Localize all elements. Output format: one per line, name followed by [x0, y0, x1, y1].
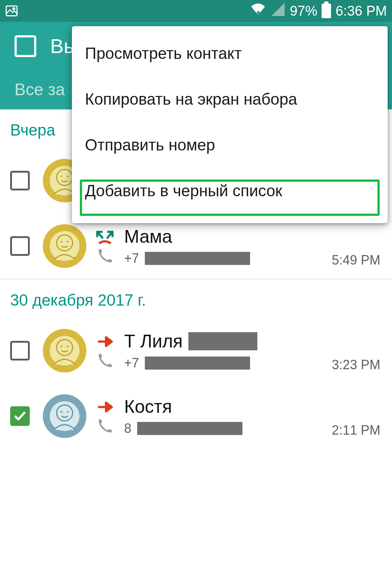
svg-point-15 — [57, 405, 73, 421]
call-type-icons — [96, 230, 114, 262]
svg-point-17 — [67, 411, 69, 413]
context-menu: Просмотреть контакт Копировать на экран … — [72, 26, 388, 223]
call-time: 2:11 PM — [332, 423, 380, 438]
call-row[interactable]: Т Лиля +7 3:23 PM — [0, 318, 392, 383]
name-redacted — [188, 332, 257, 350]
phone-redacted — [145, 252, 250, 265]
svg-point-8 — [61, 241, 62, 243]
svg-point-4 — [61, 176, 62, 177]
gallery-icon — [5, 4, 18, 17]
call-row[interactable]: Мама +7 5:49 PM — [0, 213, 392, 279]
svg-point-3 — [57, 169, 73, 185]
contact-name: Т Лиля — [124, 331, 183, 352]
svg-point-13 — [67, 346, 69, 347]
row-checkbox[interactable] — [10, 341, 30, 361]
menu-send-number[interactable]: Отправить номер — [72, 122, 388, 168]
row-checkbox[interactable] — [10, 236, 30, 256]
row-checkbox[interactable] — [10, 171, 30, 190]
svg-point-5 — [67, 176, 69, 177]
contact-name: Мама — [124, 226, 172, 247]
battery-icon — [322, 4, 331, 18]
svg-point-16 — [61, 411, 62, 413]
redacted — [146, 294, 211, 308]
call-type-icons — [96, 400, 114, 432]
avatar[interactable] — [43, 394, 86, 438]
tab-all[interactable]: Все за — [15, 80, 65, 99]
call-type-icons — [96, 334, 114, 367]
call-time: 5:49 PM — [332, 253, 380, 268]
outgoing-call-icon — [96, 334, 114, 349]
status-bar: 97% 6:36 PM — [0, 0, 392, 22]
phone-prefix: +7 — [124, 355, 139, 371]
call-row[interactable]: Костя 8 2:11 PM — [0, 383, 392, 449]
avatar[interactable] — [43, 329, 86, 372]
outgoing-call-icon — [96, 400, 114, 414]
phone-redacted — [137, 422, 242, 435]
avatar[interactable] — [43, 224, 86, 268]
clock: 6:36 PM — [335, 3, 387, 19]
row-checkbox[interactable] — [10, 406, 30, 426]
call-time: 3:23 PM — [332, 357, 380, 372]
signal-icon — [271, 2, 285, 20]
phone-prefix: 8 — [124, 421, 131, 436]
phone-icon — [96, 248, 114, 262]
phone-prefix: +7 — [124, 251, 139, 266]
phone-redacted — [145, 357, 250, 370]
svg-point-1 — [13, 8, 15, 9]
svg-point-12 — [61, 346, 62, 347]
missed-call-icon — [96, 230, 114, 244]
svg-point-11 — [57, 339, 73, 355]
section-header-date: 30 декабря 2017 г. — [0, 279, 392, 318]
battery-percent: 97% — [290, 3, 317, 19]
menu-add-blacklist[interactable]: Добавить в черный список — [72, 168, 388, 214]
menu-view-contact[interactable]: Просмотреть контакт — [72, 31, 388, 76]
menu-copy-to-dialer[interactable]: Копировать на экран набора — [72, 76, 388, 122]
svg-point-9 — [67, 241, 69, 243]
wifi-icon — [250, 2, 266, 20]
svg-point-7 — [57, 235, 73, 251]
select-all-checkbox[interactable] — [15, 35, 36, 57]
name-redacted — [178, 398, 232, 416]
contact-name: Костя — [124, 396, 172, 417]
phone-icon — [96, 353, 114, 367]
phone-icon — [96, 418, 114, 432]
